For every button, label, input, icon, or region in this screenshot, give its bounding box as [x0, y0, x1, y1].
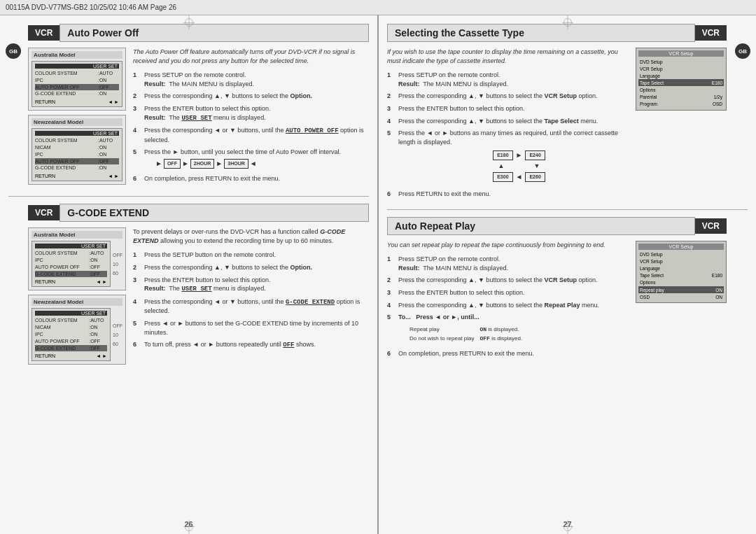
left-page: GB VCR Auto Power Off Australia Model US… [0, 15, 379, 534]
step-item: 3Press the ENTER button to select this o… [133, 276, 369, 294]
step-item: 6On completion, press RETURN to exit the… [133, 174, 369, 183]
cassette-screen-container: VCR Setup DVD Setup VCR Setup Language T… [636, 48, 727, 202]
step-item: 1Press the SETUP button on the remote co… [133, 251, 369, 260]
step-item: 3Press the ENTER button to select this o… [387, 288, 629, 297]
step-item: 4Press the corresponding ▲, ▼ buttons to… [387, 301, 629, 310]
apo-au-screen: USER SET COLOUR SYSTEM:AUTO IPC:ON AUTO … [31, 61, 122, 107]
step-item: 2Press the corresponding ▲, ▼ buttons to… [133, 263, 369, 272]
cassette-steps: 1Press SETUP on the remote control.Resul… [387, 71, 629, 198]
step-item: 2Press the corresponding ▲, ▼ buttons to… [133, 92, 369, 101]
step-item: 5Press the ◄ or ► buttons as many times … [387, 129, 629, 186]
apo-nz-model: Newzealand Model USER SET COLOUR SYSTEM:… [28, 115, 126, 185]
header-text: 00115A DVD-V77MS-GB2 10/25/02 10:46 AM P… [6, 3, 176, 11]
vcr-label-cassette: VCR [695, 25, 727, 41]
step-item: 6On completion, press RETURN to exit the… [387, 349, 629, 358]
apo-nz-label: Newzealand Model [31, 118, 122, 126]
gcode-au-label: Australia Model [31, 231, 122, 239]
gcode-models-column: Australia Model USER SET COLOUR SYSTEM:A… [28, 227, 126, 369]
vcr-label-apo: VCR [28, 25, 59, 41]
repeat-screen: VCR Setup DVD Setup VCR Setup Language T… [636, 241, 727, 304]
gcode-au-screen: USER SET COLOUR SYSTEM:AUTO IPC:ON AUTO … [31, 241, 111, 287]
step-item: 6To turn off, press ◄ or ► buttons repea… [133, 340, 369, 350]
step-item: 2Press the corresponding ▲, ▼ buttons to… [387, 92, 629, 101]
cassette-instructions: If you wish to use the tape counter to d… [387, 48, 629, 202]
gcode-nz-model: Newzealand Model USER SET COLOUR SYSTEM:… [28, 295, 126, 365]
step-item: 1Press SETUP on the remote control.Resul… [387, 255, 629, 272]
repeat-steps: 1Press SETUP on the remote control.Resul… [387, 255, 629, 358]
apo-nz-screen: USER SET COLOUR SYSTEM:AUTO NICAM:ON IPC… [31, 128, 122, 181]
step-item: 5To... Press ◄ or ►, until... Repeat pla… [387, 313, 629, 346]
gcode-nz-screen: USER SET COLOUR SYSTEM:AUTO NICAM:ON IPC… [31, 308, 111, 361]
auto-repeat-title: Auto Repeat Play [387, 217, 695, 235]
apo-steps: 1Press SETUP on the remote control.Resul… [133, 71, 369, 183]
gcode-intro: To prevent delays or over-runs the DVD-V… [133, 227, 369, 245]
step-item: 4Press the corresponding ◄ or ▼ buttons,… [133, 126, 369, 144]
gb-badge-left: GB [6, 43, 21, 59]
crosshair-circle-bot [185, 523, 193, 531]
right-page: GB Selecting the Cassette Type VCR If yo… [379, 15, 756, 534]
gcode-australia-model: Australia Model USER SET COLOUR SYSTEM:A… [28, 227, 126, 290]
gcode-instructions: To prevent delays or over-runs the DVD-V… [133, 227, 369, 369]
gcode-steps: 1Press the SETUP button on the remote co… [133, 251, 369, 349]
auto-power-off-title: Auto Power Off [59, 24, 369, 42]
crosshair-circle-top [185, 18, 193, 27]
repeat-intro: You can set repeat play to repeat the ta… [387, 241, 629, 250]
vcr-label-repeat: VCR [695, 218, 727, 234]
step-item: 3Press the ENTER button to select this o… [387, 104, 629, 113]
cassette-intro: If you wish to use the tape counter to d… [387, 48, 629, 65]
step-item: 3Press the ENTER button to select this o… [133, 104, 369, 122]
repeat-instructions: You can set repeat play to repeat the ta… [387, 241, 629, 362]
cassette-type-section: Selecting the Cassette Type VCR If you w… [387, 24, 727, 202]
apo-instructions: The Auto Power Off feature automatically… [133, 48, 369, 189]
crosshair-circle-bot-right [564, 523, 572, 531]
vcr-label-gcode: VCR [28, 205, 59, 220]
cassette-type-title: Selecting the Cassette Type [387, 24, 695, 42]
cassette-screen: VCR Setup DVD Setup VCR Setup Language T… [636, 48, 727, 111]
g-code-extend-section: VCR G-CODE EXTEND Australia Model USER S… [28, 204, 369, 369]
crosshair-circle-top-right [564, 18, 572, 27]
step-item: 4Press the corresponding ▲, ▼ buttons to… [387, 117, 629, 126]
g-code-title: G-CODE EXTEND [59, 204, 369, 222]
step-item: 6Press RETURN to exit the menu. [387, 190, 629, 199]
gcode-nz-label: Newzealand Model [31, 298, 122, 306]
page-header: 00115A DVD-V77MS-GB2 10/25/02 10:46 AM P… [0, 0, 756, 15]
gb-badge-right: GB [735, 43, 750, 59]
step-item: 1Press SETUP on the remote control.Resul… [133, 71, 369, 88]
auto-repeat-section: Auto Repeat Play VCR You can set repeat … [387, 217, 727, 362]
step-item: 5Press ◄ or ► buttons to set the G-CODE … [133, 319, 369, 337]
step-item: 4Press the corresponding ◄ or ▼ buttons,… [133, 297, 369, 316]
repeat-content: You can set repeat play to repeat the ta… [387, 241, 727, 362]
apo-models-column: Australia Model USER SET COLOUR SYSTEM:A… [28, 48, 126, 189]
apo-au-label: Australia Model [31, 51, 122, 59]
step-item: 5Press the ► button, until you select th… [133, 148, 369, 171]
repeat-screen-container: VCR Setup DVD Setup VCR Setup Language T… [636, 241, 727, 362]
cassette-content: If you wish to use the tape counter to d… [387, 48, 727, 202]
apo-intro: The Auto Power Off feature automatically… [133, 48, 369, 65]
auto-power-off-section: VCR Auto Power Off Australia Model USER … [28, 24, 369, 189]
step-item: 2Press the corresponding ▲, ▼ buttons to… [387, 276, 629, 285]
step-item: 1Press SETUP on the remote control.Resul… [387, 71, 629, 88]
apo-australia-model: Australia Model USER SET COLOUR SYSTEM:A… [28, 48, 126, 111]
